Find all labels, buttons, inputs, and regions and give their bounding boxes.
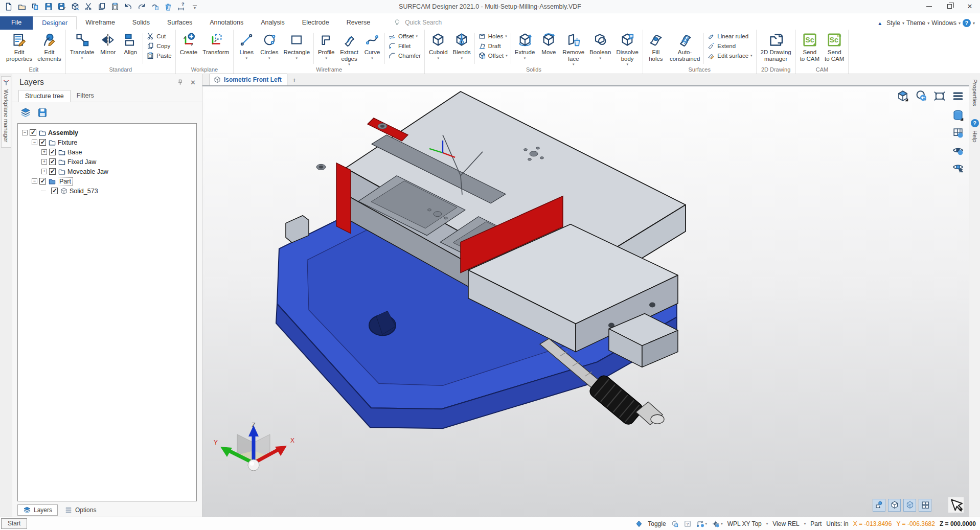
extend-button[interactable]: Extend <box>707 42 752 50</box>
restore-button[interactable] <box>939 0 960 13</box>
collapse-icon[interactable]: − <box>32 140 37 145</box>
send-to-cam-button[interactable]: ScSend to CAM <box>797 31 822 62</box>
toggle-diamond-icon[interactable] <box>635 520 643 528</box>
tree-item-fixture[interactable]: −Fixture <box>20 137 194 147</box>
transform-button[interactable]: Transform <box>200 31 232 56</box>
viewport-tab[interactable]: Isometric Front Left <box>210 74 287 85</box>
2d-drawing-manager-button[interactable]: 2D Drawing manager <box>758 31 794 62</box>
paste-button[interactable]: Paste <box>146 52 171 60</box>
cad-model-vise-assembly[interactable] <box>202 86 969 517</box>
view-cube-icon[interactable] <box>896 89 909 103</box>
zoom-fit-icon[interactable] <box>933 89 946 103</box>
close-panel-icon[interactable]: ✕ <box>190 79 196 86</box>
menu-tab-analysis[interactable]: Analysis <box>252 16 293 30</box>
help-icon[interactable]: ? <box>963 19 971 27</box>
menu-tab-electrode[interactable]: Electrode <box>293 16 338 30</box>
workplane-grid-icon[interactable] <box>951 126 965 140</box>
edit-properties-button[interactable]: Edit properties <box>4 31 35 62</box>
filter-solid-button[interactable] <box>888 499 901 512</box>
undo-icon[interactable] <box>123 2 134 12</box>
panel-tab-structure-tree[interactable]: Structure tree <box>18 90 71 102</box>
toggle-label[interactable]: Toggle <box>648 520 666 527</box>
offset-button[interactable]: Offset▾ <box>388 32 421 40</box>
orbit-zoom-icon[interactable] <box>915 89 928 103</box>
expand-icon[interactable]: + <box>41 169 47 174</box>
filter-transparent-button[interactable] <box>903 499 916 512</box>
filter-windows-button[interactable] <box>919 499 931 512</box>
boolean-button[interactable]: Boolean▾ <box>587 31 613 60</box>
close-button[interactable]: ✕ <box>960 0 980 13</box>
visibility-checkbox[interactable] <box>30 129 36 136</box>
offset-button[interactable]: Offset▾ <box>478 52 508 60</box>
remove-face-button[interactable]: Remove face▾ <box>560 31 587 66</box>
cut-button[interactable]: Cut <box>146 32 171 40</box>
part-label[interactable]: Part <box>810 520 822 527</box>
mirror-button[interactable]: Mirror <box>97 31 119 56</box>
linear-ruled-button[interactable]: Linear ruled <box>707 32 752 40</box>
redo-icon[interactable] <box>136 2 147 12</box>
tree-item-moveable-jaw[interactable]: +Moveable Jaw <box>20 167 194 176</box>
visibility-checkbox[interactable] <box>49 149 56 155</box>
delete-icon[interactable] <box>163 2 174 12</box>
save-as-icon[interactable] <box>56 2 67 12</box>
holes-button[interactable]: Holes▾ <box>478 32 508 40</box>
blends-button[interactable]: Blends▾ <box>450 31 473 60</box>
dissolve-body-button[interactable]: Dissolve body▾ <box>613 31 641 66</box>
layers-icon[interactable] <box>19 107 32 119</box>
rectangle-button[interactable]: Rectangle▾ <box>281 31 312 60</box>
paste-icon[interactable] <box>109 2 121 12</box>
open-icon[interactable] <box>16 2 28 12</box>
menu-tab-surfaces[interactable]: Surfaces <box>158 16 201 30</box>
wpl-selector[interactable]: WPL XY Top <box>727 520 762 527</box>
extract-edges-button[interactable]: Extract edges▾ <box>337 31 361 66</box>
select-arrow-icon[interactable] <box>948 497 964 513</box>
tree-item-solid-573[interactable]: Solid_573 <box>20 186 194 196</box>
view-menu-icon[interactable] <box>951 89 965 103</box>
help-tab[interactable]: ? Help <box>971 119 979 143</box>
new-viewport-tab-button[interactable]: + <box>287 76 302 85</box>
footer-tab-options[interactable]: Options <box>59 504 102 516</box>
help-caret-icon[interactable]: ▾ <box>973 21 975 26</box>
pin-icon[interactable] <box>176 78 184 86</box>
toolbar-more-icon[interactable]: ▾ <box>189 2 200 12</box>
visibility-eye-icon[interactable] <box>951 144 965 157</box>
export-3d-icon[interactable] <box>70 2 81 12</box>
collapse-ribbon-icon[interactable]: ▲ <box>877 20 882 26</box>
translate-button[interactable]: Translate▾ <box>67 31 97 60</box>
refresh-doc-icon[interactable] <box>671 520 679 528</box>
visibility-checkbox[interactable] <box>51 188 58 194</box>
cut-icon[interactable] <box>83 2 94 12</box>
minimize-button[interactable] <box>919 0 939 13</box>
start-button[interactable]: Start <box>1 518 27 529</box>
expand-icon[interactable]: + <box>41 149 47 155</box>
visibility-checkbox[interactable] <box>39 178 46 185</box>
visibility-checkbox[interactable] <box>49 168 56 175</box>
view-selector[interactable]: View REL <box>772 520 799 527</box>
viewport-canvas[interactable]: Z Y X <box>202 86 969 517</box>
menu-right-style[interactable]: Style <box>886 19 900 27</box>
panel-tab-filters[interactable]: Filters <box>71 90 100 102</box>
workplane-manager-tab[interactable]: Workplane manager <box>1 76 11 148</box>
menu-tab-reverse[interactable]: Reverse <box>338 16 379 30</box>
fillet-button[interactable]: Fillet <box>388 42 421 50</box>
extrude-button[interactable]: Extrude▾ <box>512 31 538 60</box>
send-to-cam-button[interactable]: ScTMSend to CAM <box>822 31 847 62</box>
collapse-icon[interactable]: − <box>32 178 37 184</box>
import-icon[interactable] <box>30 2 41 12</box>
properties-tab[interactable]: Properties <box>972 79 978 106</box>
create-button[interactable]: Create <box>177 31 200 56</box>
tree-item-assembly[interactable]: −Assembly <box>20 128 194 137</box>
copy-button[interactable]: Copy <box>146 42 171 50</box>
auto-cursor-icon[interactable]: ▾ <box>712 520 723 528</box>
quick-search[interactable]: Quick Search <box>393 18 442 30</box>
save-icon[interactable] <box>43 2 54 12</box>
new-icon[interactable] <box>3 2 14 12</box>
shading-cylinder-icon[interactable] <box>951 109 965 122</box>
edit-surface-button[interactable]: Edit surface▾ <box>707 52 752 60</box>
align-button[interactable]: Align <box>119 31 142 56</box>
circles-button[interactable]: Circles▾ <box>258 31 281 60</box>
visibility-checkbox[interactable] <box>49 158 56 165</box>
menu-tab-solids[interactable]: Solids <box>124 16 158 30</box>
cuboid-button[interactable]: Cuboid▾ <box>426 31 450 60</box>
measure-icon[interactable]: ? <box>176 2 187 12</box>
